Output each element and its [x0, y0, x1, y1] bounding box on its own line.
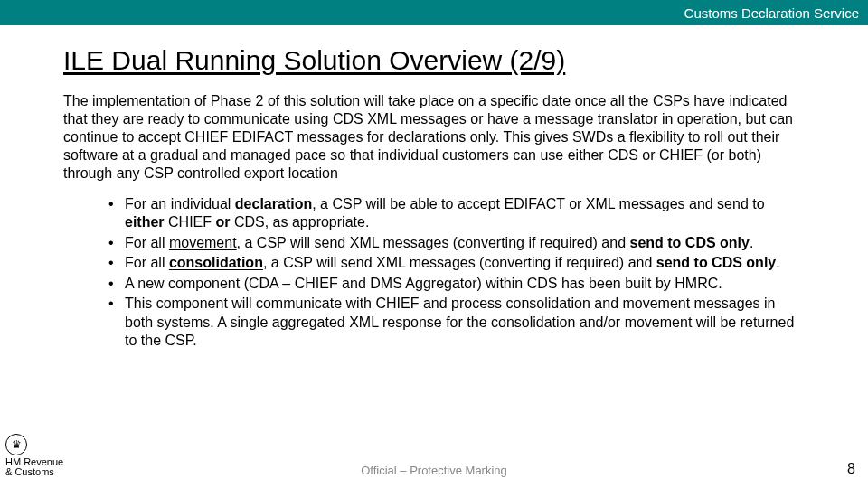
page-title: ILE Dual Running Solution Overview (2/9)	[63, 45, 805, 76]
header-service: Customs Declaration Service	[684, 5, 859, 21]
crown-icon: ♛	[5, 434, 27, 455]
header-bar: Customs Declaration Service	[0, 0, 868, 25]
list-item: For all movement, a CSP will send XML me…	[112, 234, 805, 252]
protective-marking: Official – Protective Marking	[0, 464, 868, 477]
footer: ♛ HM Revenue & Customs Official – Protec…	[0, 461, 868, 483]
slide-content: ILE Dual Running Solution Overview (2/9)…	[0, 25, 868, 351]
list-item: For all consolidation, a CSP will send X…	[112, 254, 805, 272]
bullet-list: For an individual declaration, a CSP wil…	[63, 195, 805, 351]
page-number: 8	[847, 461, 855, 477]
intro-paragraph: The implementation of Phase 2 of this so…	[63, 92, 805, 183]
list-item: For an individual declaration, a CSP wil…	[112, 195, 805, 232]
list-item: A new component (CDA – CHIEF and DMS Agg…	[112, 275, 805, 293]
list-item: This component will communicate with CHI…	[112, 295, 805, 350]
